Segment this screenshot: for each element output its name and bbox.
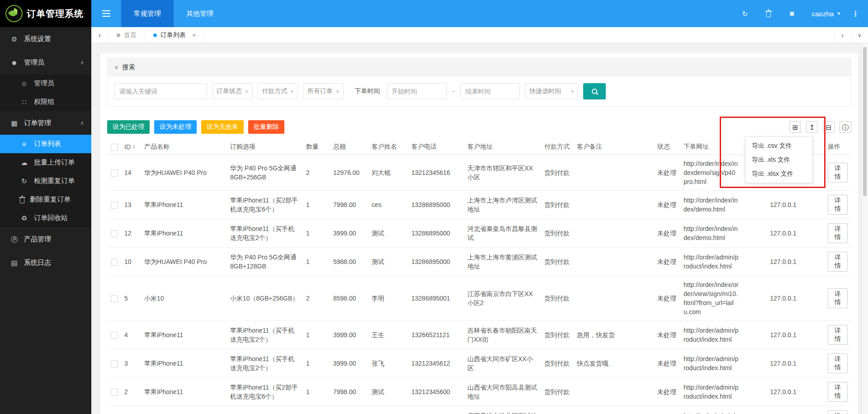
set-invalid-button[interactable]: 设为无效单 xyxy=(201,120,244,134)
sidebar-item-permission-group[interactable]: ∷权限组 xyxy=(0,93,91,111)
vertical-scrollbar[interactable] xyxy=(861,43,868,414)
collapse-menu-button[interactable] xyxy=(91,0,121,27)
sidebar-item-admin-group[interactable]: ☻管理员∧ xyxy=(0,51,91,74)
table-row: 3苹果iPhone11苹果iPhone11（买手机送充电宝2个）13999.00… xyxy=(107,349,851,378)
quick-time-select[interactable]: 快捷选时间 ▾ xyxy=(525,83,578,99)
tabs-more-button[interactable]: ∨ xyxy=(851,27,868,43)
detail-button[interactable]: 详情 xyxy=(828,382,848,402)
detail-button[interactable]: 详情 xyxy=(828,163,848,183)
table-row: 13苹果iPhone11苹果iPhone11（买2部手机送充电宝6个）17998… xyxy=(107,191,851,219)
col-status: 状态 xyxy=(654,139,680,155)
cell-product: 苹果iPhone11 xyxy=(141,349,226,378)
detail-button[interactable]: 详情 xyxy=(828,325,848,345)
row-checkbox[interactable] xyxy=(111,360,118,367)
topbar-tab-常规管理[interactable]: 常规管理 xyxy=(121,0,174,27)
sidebar-item-order-recycle[interactable]: ♻订单回收站 xyxy=(0,209,91,227)
row-checkbox[interactable] xyxy=(111,230,118,237)
main-content: ∨ 搜索 订单状态 ▾ 付款方式 ▾ 所有订单 ▾ 下单时间 xyxy=(91,43,868,414)
export-menu-item[interactable]: 导出 .csv 文件 xyxy=(745,139,812,153)
cell-status: 未处理 xyxy=(654,349,680,378)
batch-delete-button[interactable]: 批量删除 xyxy=(248,120,284,134)
cell-id: 3 xyxy=(121,349,141,378)
app-logo: 订单管理系统 xyxy=(0,0,91,27)
order-status-select[interactable]: 订单状态 ▾ xyxy=(212,83,253,99)
detail-button[interactable]: 详情 xyxy=(828,353,848,373)
cell-remark xyxy=(573,378,654,406)
cell-payment: 货到付款 xyxy=(541,155,573,191)
order-scope-select[interactable]: 所有订单 ▾ xyxy=(303,83,344,99)
tabs-scroll-right-button[interactable]: › xyxy=(834,27,851,43)
page-tab-订单列表[interactable]: 订单列表× xyxy=(145,27,205,43)
row-checkbox[interactable] xyxy=(111,389,118,396)
cell-product: 小米10 xyxy=(141,406,226,414)
keyword-input[interactable] xyxy=(114,83,207,99)
sidebar-item-label: 管理员 xyxy=(24,58,75,67)
sort-icon[interactable]: ▴▾ xyxy=(133,144,135,150)
search-button[interactable] xyxy=(583,83,606,99)
export-menu-item[interactable]: 导出 .xlsx 文件 xyxy=(745,167,812,181)
row-checkbox[interactable] xyxy=(111,259,118,266)
start-time-input[interactable] xyxy=(387,83,447,99)
cell-cb xyxy=(107,276,121,321)
select-all-checkbox[interactable] xyxy=(111,144,118,151)
page-tab-首页[interactable]: 首页 xyxy=(108,27,145,43)
trash-icon xyxy=(766,12,771,17)
detail-button[interactable]: 详情 xyxy=(828,195,848,215)
cell-phone: 13266521121 xyxy=(408,321,464,349)
log-icon: ▤ xyxy=(10,259,19,266)
print-button[interactable]: ⊟ xyxy=(823,121,835,133)
cell-remark xyxy=(573,276,654,321)
cell-id: 13 xyxy=(121,191,141,219)
cell-payment: 货到付款 xyxy=(541,349,573,378)
close-icon[interactable]: × xyxy=(192,31,196,39)
sidebar-item-order-list[interactable]: ≡订单列表 xyxy=(0,135,91,153)
refresh-button[interactable]: ↻ xyxy=(733,0,757,27)
detail-button[interactable]: 详情 xyxy=(828,252,848,272)
sidebar-item-order-mgmt[interactable]: ▦订单管理∧ xyxy=(0,111,91,135)
sidebar-menu: ⚙系统设置☻管理员∧☺管理员∷权限组▦订单管理∧≡订单列表☁批量上传订单↻检测重… xyxy=(0,27,91,274)
payment-method-select[interactable]: 付款方式 ▾ xyxy=(258,83,298,99)
cell-product: 华为HUAWEI P40 Pro xyxy=(141,155,226,191)
tabs-scroll-left-button[interactable]: ‹ xyxy=(91,27,108,43)
set-processed-button[interactable]: 设为已处理 xyxy=(107,120,150,134)
chevron-down-icon: ∨ xyxy=(114,64,118,71)
col-product: 产品名称 xyxy=(141,139,226,155)
user-menu[interactable]: caozha ▼ xyxy=(804,10,849,18)
filter-columns-button[interactable]: ⊞ xyxy=(789,121,801,133)
table-tools: ⊞↥⊟ⓘ xyxy=(789,121,851,133)
detail-button[interactable]: 详情 xyxy=(828,288,848,308)
sidebar-item-system-settings[interactable]: ⚙系统设置 xyxy=(0,27,91,51)
row-checkbox[interactable] xyxy=(111,332,118,339)
cell-qty: 1 xyxy=(302,219,330,248)
sidebar-item-system-log[interactable]: ▤系统日志 xyxy=(0,251,91,274)
clear-cache-button[interactable] xyxy=(757,0,780,27)
batch-actions: 设为已处理设为未处理设为无效单批量删除 xyxy=(107,120,289,134)
sidebar-item-delete-duplicate[interactable]: 删除重复订单 xyxy=(0,190,91,209)
detail-button[interactable]: 详情 xyxy=(828,410,848,414)
sidebar-item-check-duplicate[interactable]: ↻检测重复订单 xyxy=(0,172,91,190)
sidebar-item-batch-upload[interactable]: ☁批量上传订单 xyxy=(0,153,91,172)
set-unprocessed-button[interactable]: 设为未处理 xyxy=(154,120,197,134)
topbar-tab-其他管理[interactable]: 其他管理 xyxy=(174,0,226,27)
sidebar-item-product-mgmt[interactable]: Ⓟ产品管理 xyxy=(0,227,91,251)
row-checkbox[interactable] xyxy=(111,202,118,209)
tips-button[interactable]: ⓘ xyxy=(840,121,851,133)
sidebar-item-admin[interactable]: ☺管理员 xyxy=(0,74,91,93)
cell-qty: 1 xyxy=(302,378,330,406)
scrollbar-thumb[interactable] xyxy=(863,47,867,196)
select-value: 订单状态 xyxy=(217,87,242,95)
export-button[interactable]: ↥ xyxy=(806,121,818,133)
end-time-input[interactable] xyxy=(460,83,520,99)
detail-button[interactable]: 详情 xyxy=(828,223,848,243)
cell-product: 苹果iPhone11 xyxy=(141,219,226,248)
row-checkbox[interactable] xyxy=(111,169,118,177)
search-panel-header[interactable]: ∨ 搜索 xyxy=(108,58,851,76)
sidebar-item-label: 系统日志 xyxy=(24,259,84,267)
export-menu-item[interactable]: 导出 .xls 文件 xyxy=(745,153,812,167)
cell-phone: 13286895000 xyxy=(408,191,464,219)
fullscreen-button[interactable]: ✖ xyxy=(780,0,804,27)
more-options-button[interactable]: ⋮ xyxy=(849,9,862,18)
row-checkbox[interactable] xyxy=(111,295,118,302)
cell-payment: 货到付款 xyxy=(541,248,573,276)
tab-dot-icon xyxy=(153,33,157,37)
